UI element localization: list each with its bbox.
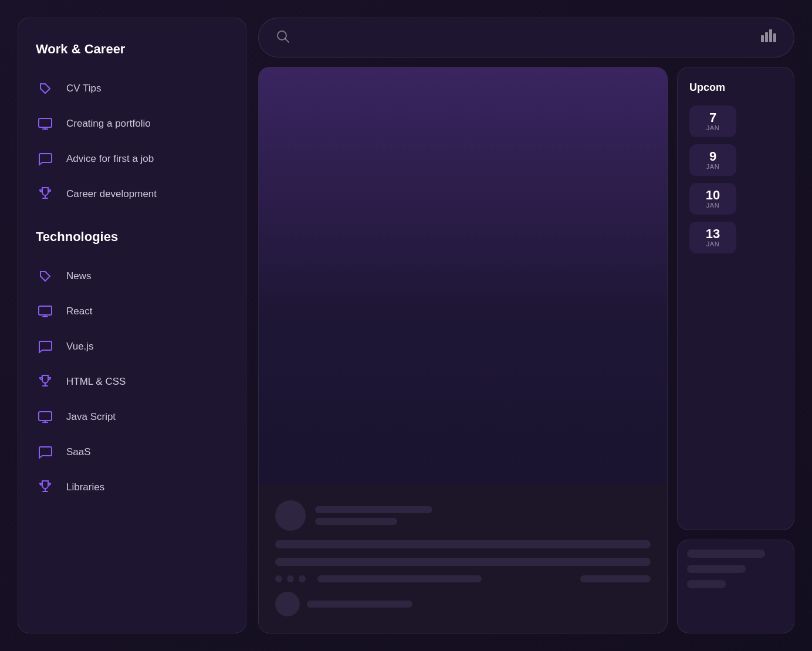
- sidebar-label-saas: SaaS: [66, 446, 91, 458]
- app-container: Work & Career CV Tips Creating a portfol…: [0, 0, 812, 651]
- vuejs-icon: [36, 337, 55, 356]
- sidebar-label-career-development: Career development: [66, 188, 157, 200]
- sidebar-label-react: React: [66, 306, 92, 317]
- mini-skeleton-1: [687, 550, 765, 558]
- mini-skeleton-2: [687, 565, 746, 573]
- chart-icon: [761, 29, 776, 46]
- main-card: [258, 67, 668, 633]
- calendar-items: 7 JAN 9 JAN 10 JAN 13 JAN: [689, 106, 782, 253]
- sidebar-item-news[interactable]: News: [36, 259, 228, 294]
- calendar-item-0[interactable]: 7 JAN: [689, 106, 736, 137]
- sidebar-label-vuejs: Vue.js: [66, 341, 94, 352]
- cal-month-0: JAN: [706, 124, 719, 131]
- skeleton-subtitle: [315, 518, 397, 525]
- middle-row: Upcom 7 JAN 9 JAN 10 JAN 13 JAN: [258, 67, 794, 633]
- svg-rect-18: [765, 32, 768, 42]
- sidebar-label-news: News: [66, 270, 92, 282]
- calendar-item-2[interactable]: 10 JAN: [689, 183, 736, 215]
- search-bar[interactable]: [258, 18, 794, 57]
- cal-day-2: 10: [706, 189, 720, 202]
- user-text-lines: [315, 506, 432, 525]
- calendar-item-1[interactable]: 9 JAN: [689, 144, 736, 176]
- sidebar-label-advice-first-job: Advice for first a job: [66, 153, 154, 165]
- work-career-items: CV Tips Creating a portfolio Advice for …: [36, 71, 228, 212]
- sidebar-label-html-css: HTML & CSS: [66, 376, 126, 388]
- sidebar-label-javascript: Java Script: [66, 411, 116, 423]
- sidebar-label-creating-portfolio: Creating a portfolio: [66, 118, 151, 130]
- card-user-row: [275, 500, 651, 531]
- avatar: [275, 500, 306, 531]
- mini-skeleton-3: [687, 580, 726, 588]
- sidebar-item-javascript[interactable]: Java Script: [36, 399, 228, 435]
- svg-rect-17: [761, 35, 764, 42]
- skeleton-name: [315, 506, 432, 513]
- search-left: [276, 30, 532, 46]
- search-input[interactable]: [297, 32, 532, 43]
- react-icon: [36, 302, 55, 321]
- avatar-sm: [275, 592, 300, 616]
- skeleton-tags: [317, 575, 482, 582]
- svg-rect-19: [769, 29, 772, 42]
- svg-rect-10: [39, 412, 52, 421]
- upcoming-card: Upcom 7 JAN 9 JAN 10 JAN 13 JAN: [677, 67, 794, 530]
- skeleton-dots: [275, 575, 306, 582]
- sidebar-item-cv-tips[interactable]: CV Tips: [36, 71, 228, 106]
- cal-day-3: 13: [706, 228, 720, 240]
- news-icon: [36, 267, 55, 286]
- card-bottom-row: [275, 575, 651, 582]
- svg-rect-5: [39, 306, 52, 315]
- saas-icon: [36, 443, 55, 462]
- cal-month-2: JAN: [706, 202, 719, 209]
- skeleton-date: [580, 575, 651, 582]
- advice-first-job-icon: [36, 150, 55, 168]
- sidebar-item-vuejs[interactable]: Vue.js: [36, 329, 228, 364]
- svg-line-16: [285, 39, 289, 42]
- sidebar-item-saas[interactable]: SaaS: [36, 435, 228, 470]
- javascript-icon: [36, 408, 55, 426]
- sidebar-item-html-css[interactable]: HTML & CSS: [36, 364, 228, 399]
- creating-portfolio-icon: [36, 114, 55, 133]
- dot-1: [275, 575, 282, 582]
- calendar-item-3[interactable]: 13 JAN: [689, 222, 736, 253]
- sidebar-label-cv-tips: CV Tips: [66, 83, 102, 94]
- dot-3: [299, 575, 306, 582]
- sidebar-item-career-development[interactable]: Career development: [36, 177, 228, 212]
- skeleton-text-1: [275, 540, 651, 548]
- sidebar: Work & Career CV Tips Creating a portfol…: [18, 18, 246, 633]
- upcoming-title: Upcom: [689, 82, 782, 94]
- main-card-image-area: [259, 67, 667, 484]
- main-card-content: [259, 484, 667, 633]
- search-icon: [276, 30, 289, 46]
- sidebar-item-creating-portfolio[interactable]: Creating a portfolio: [36, 106, 228, 141]
- cal-day-0: 7: [709, 111, 716, 124]
- cal-month-3: JAN: [706, 240, 719, 247]
- sidebar-item-react[interactable]: React: [36, 294, 228, 329]
- right-panel: Upcom 7 JAN 9 JAN 10 JAN 13 JAN: [677, 67, 794, 633]
- svg-rect-0: [39, 118, 52, 127]
- main-content: Upcom 7 JAN 9 JAN 10 JAN 13 JAN: [258, 18, 794, 633]
- sidebar-label-libraries: Libraries: [66, 482, 104, 493]
- mini-card: [677, 540, 794, 633]
- career-development-icon: [36, 185, 55, 204]
- skeleton-text-2: [275, 558, 651, 566]
- tech-items: News React Vue.js HTML & CSS: [36, 259, 228, 505]
- section-title-work-career: Work & Career: [36, 42, 228, 57]
- cal-month-1: JAN: [706, 163, 719, 170]
- cv-tips-icon: [36, 79, 55, 98]
- html-css-icon: [36, 372, 55, 391]
- dot-2: [287, 575, 294, 582]
- sidebar-item-libraries[interactable]: Libraries: [36, 470, 228, 505]
- skeleton-name-2: [307, 601, 412, 608]
- svg-rect-20: [773, 33, 776, 42]
- libraries-icon: [36, 478, 55, 497]
- cal-day-1: 9: [709, 150, 716, 163]
- section-title-technologies: Technologies: [36, 229, 228, 245]
- sidebar-item-advice-first-job[interactable]: Advice for first a job: [36, 141, 228, 177]
- card-second-row: [275, 592, 651, 616]
